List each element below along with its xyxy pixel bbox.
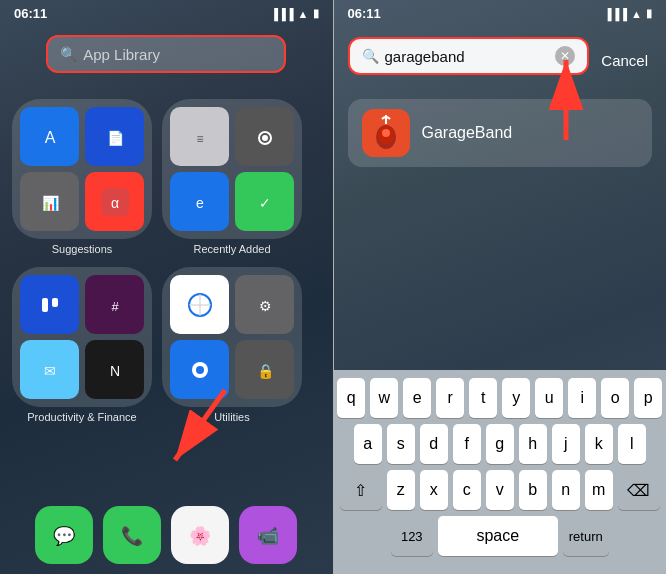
right-search-icon: 🔍 xyxy=(362,48,379,64)
key-c[interactable]: c xyxy=(453,470,481,510)
key-v[interactable]: v xyxy=(486,470,514,510)
key-d[interactable]: d xyxy=(420,424,448,464)
messages-icon[interactable]: 💬 xyxy=(35,506,93,564)
garageband-result[interactable]: GarageBand xyxy=(348,99,653,167)
svg-text:A: A xyxy=(44,129,55,146)
left-search-bar[interactable]: 🔍 App Library xyxy=(46,35,286,73)
trello-icon xyxy=(20,275,79,334)
left-panel: 06:11 ▐▐▐ ▲ ▮ 🔍 App Library A 📄 xyxy=(0,0,333,574)
mail-icon: ✉ xyxy=(20,340,79,399)
facetime-icon[interactable]: 📹 xyxy=(239,506,297,564)
key-y[interactable]: y xyxy=(502,378,530,418)
key-space[interactable]: space xyxy=(438,516,558,556)
key-k[interactable]: k xyxy=(585,424,613,464)
right-signal-icon: ▐▐▐ xyxy=(604,8,627,20)
right-status-icons: ▐▐▐ ▲ ▮ xyxy=(604,7,652,20)
right-search-text: garageband xyxy=(385,48,550,65)
left-status-icons: ▐▐▐ ▲ ▮ xyxy=(270,7,318,20)
svg-text:⚙: ⚙ xyxy=(258,298,271,314)
app-row-1: A 📄 📊 α Suggestions xyxy=(12,99,321,255)
wifi-icon: ▲ xyxy=(298,8,309,20)
svg-point-49 xyxy=(382,129,390,137)
garageband-name: GarageBand xyxy=(422,124,513,142)
key-h[interactable]: h xyxy=(519,424,547,464)
key-j[interactable]: j xyxy=(552,424,580,464)
productivity-folder[interactable]: # ✉ N Productivity & Finance xyxy=(12,267,152,423)
right-arrow xyxy=(526,40,606,160)
key-s[interactable]: s xyxy=(387,424,415,464)
svg-text:e: e xyxy=(196,195,204,211)
key-return[interactable]: return xyxy=(563,516,609,556)
suggestions-label: Suggestions xyxy=(52,243,113,255)
keyboard-row-2: a s d f g h j k l xyxy=(338,424,663,464)
svg-text:✉: ✉ xyxy=(44,363,56,379)
search-results: GarageBand xyxy=(348,99,653,167)
key-p[interactable]: p xyxy=(634,378,662,418)
key-t[interactable]: t xyxy=(469,378,497,418)
svg-text:N: N xyxy=(109,363,119,379)
svg-rect-17 xyxy=(36,291,64,319)
photos-icon[interactable]: 🌸 xyxy=(171,506,229,564)
productivity-label: Productivity & Finance xyxy=(27,411,136,423)
garageband-icon xyxy=(362,109,410,157)
phone-icon[interactable]: 📞 xyxy=(103,506,161,564)
svg-text:📄: 📄 xyxy=(106,130,124,147)
left-search-icon: 🔍 xyxy=(60,46,77,62)
recently-added-folder[interactable]: ≡ e ✓ Recently Added xyxy=(162,99,302,255)
right-status-bar: 06:11 ▐▐▐ ▲ ▮ xyxy=(334,0,667,25)
key-w[interactable]: w xyxy=(370,378,398,418)
key-b[interactable]: b xyxy=(519,470,547,510)
svg-text:🌸: 🌸 xyxy=(189,525,212,547)
key-123[interactable]: 123 xyxy=(391,516,433,556)
left-arrow xyxy=(155,380,245,480)
key-m[interactable]: m xyxy=(585,470,613,510)
slack-icon: # xyxy=(85,275,144,334)
keyboard-row-3: ⇧ z x c v b n m ⌫ xyxy=(338,470,663,510)
key-i[interactable]: i xyxy=(568,378,596,418)
svg-text:💬: 💬 xyxy=(53,525,76,547)
key-o[interactable]: o xyxy=(601,378,629,418)
left-search-placeholder: App Library xyxy=(83,46,160,63)
svg-text:📞: 📞 xyxy=(121,525,144,547)
left-time: 06:11 xyxy=(14,6,47,21)
key-z[interactable]: z xyxy=(387,470,415,510)
keyboard[interactable]: q w e r t y u i o p a s d f g h j k l ⇧ … xyxy=(334,370,667,574)
app-store-icon: A xyxy=(20,107,79,166)
key-shift[interactable]: ⇧ xyxy=(340,470,382,510)
chart-icon: 📊 xyxy=(20,172,79,231)
right-panel: 06:11 ▐▐▐ ▲ ▮ 🔍 garageband ✕ Cancel xyxy=(334,0,667,574)
app-grid: A 📄 📊 α Suggestions xyxy=(0,99,333,423)
svg-text:✓: ✓ xyxy=(259,195,271,211)
right-battery-icon: ▮ xyxy=(646,7,652,20)
keyboard-row-4: 123 space return xyxy=(338,516,663,556)
suggestions-grid: A 📄 📊 α xyxy=(12,99,152,239)
key-q[interactable]: q xyxy=(337,378,365,418)
key-n[interactable]: n xyxy=(552,470,580,510)
key-u[interactable]: u xyxy=(535,378,563,418)
key-r[interactable]: r xyxy=(436,378,464,418)
right-wifi-icon: ▲ xyxy=(631,8,642,20)
svg-text:📊: 📊 xyxy=(41,195,59,212)
check-icon: ✓ xyxy=(235,172,294,231)
svg-text:α: α xyxy=(110,195,118,211)
key-x[interactable]: x xyxy=(420,470,448,510)
edge-icon: e xyxy=(170,172,229,231)
key-f[interactable]: f xyxy=(453,424,481,464)
svg-point-12 xyxy=(262,135,268,141)
svg-rect-19 xyxy=(52,298,58,307)
camera-icon xyxy=(235,107,294,166)
svg-text:≡: ≡ xyxy=(196,132,203,146)
key-a[interactable]: a xyxy=(354,424,382,464)
productivity-grid: # ✉ N xyxy=(12,267,152,407)
svg-text:📹: 📹 xyxy=(257,525,280,547)
key-g[interactable]: g xyxy=(486,424,514,464)
key-backspace[interactable]: ⌫ xyxy=(618,470,660,510)
svg-point-34 xyxy=(196,366,204,374)
recently-added-grid: ≡ e ✓ xyxy=(162,99,302,239)
notion-icon: N xyxy=(85,340,144,399)
suggestions-folder[interactable]: A 📄 📊 α Suggestions xyxy=(12,99,152,255)
right-search-wrapper: 🔍 garageband ✕ Cancel xyxy=(348,31,653,89)
svg-text:#: # xyxy=(111,299,119,314)
key-e[interactable]: e xyxy=(403,378,431,418)
key-l[interactable]: l xyxy=(618,424,646,464)
